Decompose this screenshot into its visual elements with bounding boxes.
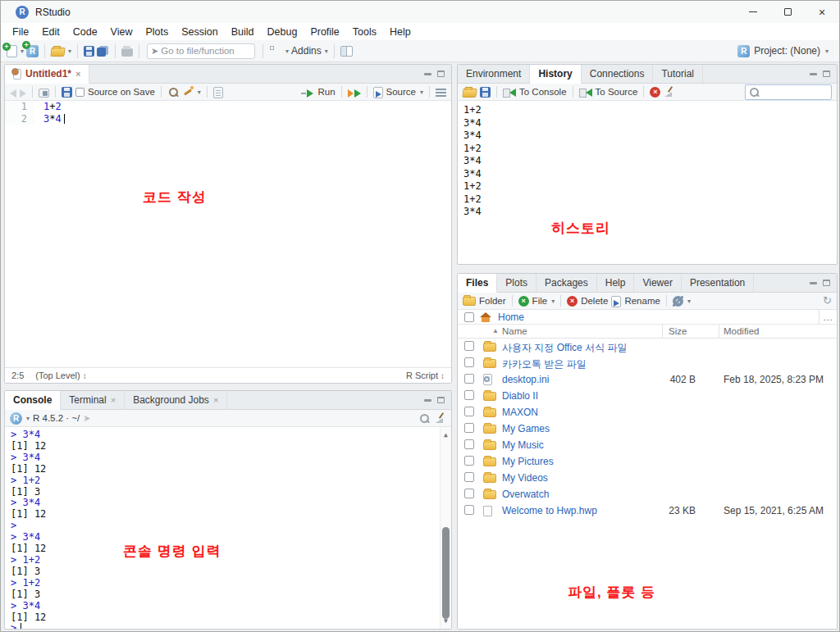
- menu-item[interactable]: Help: [383, 26, 418, 38]
- to-console-icon[interactable]: [503, 88, 516, 98]
- file-row[interactable]: My Pictures: [458, 453, 837, 470]
- file-name-link[interactable]: My Music: [502, 439, 544, 451]
- tab-close-icon[interactable]: ×: [111, 395, 116, 405]
- popout-icon[interactable]: [39, 89, 49, 98]
- addins-caret-icon[interactable]: ▾: [325, 48, 328, 55]
- file-checkbox[interactable]: [464, 423, 474, 433]
- find-replace-icon[interactable]: [167, 87, 179, 98]
- more-options-gear-icon[interactable]: [673, 296, 683, 307]
- save-icon[interactable]: [84, 46, 94, 57]
- menu-item[interactable]: Debug: [261, 26, 304, 38]
- files-tab[interactable]: Packages: [536, 274, 597, 292]
- file-row[interactable]: Diablo II: [458, 388, 837, 404]
- history-tab[interactable]: Connections: [582, 65, 654, 83]
- load-history-icon[interactable]: [462, 89, 477, 98]
- new-project-icon[interactable]: R: [26, 45, 39, 57]
- menu-item[interactable]: Tools: [346, 26, 383, 38]
- code-tools-caret-icon[interactable]: ▾: [198, 89, 201, 96]
- new-file-icon[interactable]: [518, 296, 529, 307]
- files-tab[interactable]: Files: [458, 274, 497, 293]
- tab-close-icon[interactable]: ×: [75, 69, 80, 79]
- file-row[interactable]: Overwatch: [458, 486, 837, 502]
- save-icon[interactable]: [62, 87, 72, 98]
- source-on-save-checkbox[interactable]: [75, 88, 84, 97]
- remove-entry-icon[interactable]: [650, 87, 660, 98]
- history-entry[interactable]: 3*4: [463, 206, 837, 219]
- history-tab[interactable]: History: [530, 65, 581, 84]
- file-name-link[interactable]: My Videos: [502, 472, 548, 484]
- file-checkbox[interactable]: [464, 407, 474, 416]
- file-name-link[interactable]: 카카오톡 받은 파일: [502, 357, 587, 371]
- file-name-link[interactable]: Welcome to Hwp.hwp: [502, 505, 597, 516]
- layout-icon[interactable]: [340, 46, 353, 57]
- to-source-button[interactable]: To Source: [596, 87, 638, 97]
- file-row[interactable]: MAXON: [458, 404, 837, 421]
- files-tab[interactable]: Help: [597, 274, 635, 292]
- scope-selector[interactable]: (Top Level)↕: [35, 371, 86, 380]
- console-tab[interactable]: Background Jobs ×: [125, 391, 227, 409]
- file-row[interactable]: 사용자 지정 Office 서식 파일: [458, 339, 837, 355]
- home-icon[interactable]: [480, 312, 492, 323]
- sort-ascending-icon[interactable]: ▲: [492, 327, 499, 334]
- new-folder-button[interactable]: Folder: [479, 296, 506, 306]
- goto-file-input[interactable]: [161, 46, 251, 56]
- refresh-icon[interactable]: ↻: [823, 294, 832, 307]
- history-entry[interactable]: 1+2: [463, 193, 837, 207]
- column-header-size[interactable]: Size: [669, 326, 687, 336]
- file-checkbox[interactable]: [464, 357, 474, 367]
- file-checkbox[interactable]: [464, 374, 474, 384]
- column-header-modified[interactable]: Modified: [724, 326, 759, 336]
- clear-history-icon[interactable]: [664, 86, 675, 98]
- history-entry[interactable]: 3*4: [463, 168, 837, 181]
- open-file-caret-icon[interactable]: ▾: [68, 48, 71, 55]
- history-entry[interactable]: 1+2: [463, 104, 837, 117]
- pane-maximize-icon[interactable]: [437, 397, 445, 403]
- scroll-up-icon[interactable]: ▲: [441, 430, 451, 441]
- select-all-checkbox[interactable]: [464, 312, 474, 322]
- history-entry[interactable]: 3*4: [463, 130, 837, 143]
- history-entry[interactable]: 1+2: [463, 180, 837, 193]
- menu-item[interactable]: Code: [66, 26, 104, 38]
- menu-item[interactable]: Edit: [35, 26, 66, 38]
- file-name-link[interactable]: desktop.ini: [502, 374, 549, 385]
- menu-item[interactable]: File: [6, 26, 35, 38]
- history-search-input[interactable]: [760, 86, 829, 98]
- run-button[interactable]: Run: [317, 87, 335, 97]
- history-entry[interactable]: 3*4: [463, 155, 837, 168]
- delete-icon[interactable]: [567, 296, 578, 307]
- console-tab[interactable]: Terminal ×: [61, 391, 125, 409]
- history-entry[interactable]: 1+2: [463, 143, 837, 156]
- new-file-caret-icon[interactable]: ▾: [551, 298, 555, 305]
- menu-item[interactable]: Plots: [139, 26, 175, 38]
- rename-icon[interactable]: [611, 296, 621, 307]
- files-tab[interactable]: Presentation: [682, 274, 754, 292]
- rerun-icon[interactable]: [348, 89, 361, 98]
- new-folder-icon[interactable]: [463, 297, 476, 306]
- console-search-icon[interactable]: [418, 413, 430, 425]
- maximize-button[interactable]: [770, 1, 805, 23]
- file-name-link[interactable]: 사용자 지정 Office 서식 파일: [502, 341, 627, 355]
- file-checkbox[interactable]: [464, 472, 474, 482]
- source-tab[interactable]: Untitled1* ×: [5, 65, 89, 84]
- file-name-link[interactable]: My Pictures: [502, 456, 554, 467]
- to-source-icon[interactable]: [579, 88, 592, 98]
- project-menu[interactable]: R Project: (None) ▾: [737, 45, 833, 57]
- console-prompt[interactable]: >: [11, 623, 438, 630]
- history-tab[interactable]: Environment: [458, 65, 530, 83]
- source-doc-icon[interactable]: [373, 87, 383, 98]
- file-name-link[interactable]: Overwatch: [502, 489, 549, 500]
- pane-maximize-icon[interactable]: [823, 70, 830, 77]
- pane-minimize-icon[interactable]: [810, 282, 817, 284]
- open-file-icon[interactable]: [50, 48, 66, 57]
- file-row[interactable]: desktop.ini 402 B Feb 18, 2025, 8:23 PM: [458, 371, 837, 388]
- history-tab[interactable]: Tutorial: [653, 65, 703, 83]
- save-history-icon[interactable]: [480, 87, 491, 98]
- history-list[interactable]: 1+23*43*41+23*43*41+21+23*4 히스토리: [458, 101, 837, 265]
- more-options-caret-icon[interactable]: ▾: [687, 298, 691, 305]
- back-icon[interactable]: [10, 89, 16, 98]
- history-entry[interactable]: 3*4: [463, 117, 837, 130]
- file-checkbox[interactable]: [464, 439, 474, 449]
- file-name-link[interactable]: My Games: [502, 423, 550, 434]
- file-checkbox[interactable]: [464, 489, 474, 498]
- files-tab[interactable]: Viewer: [634, 274, 681, 292]
